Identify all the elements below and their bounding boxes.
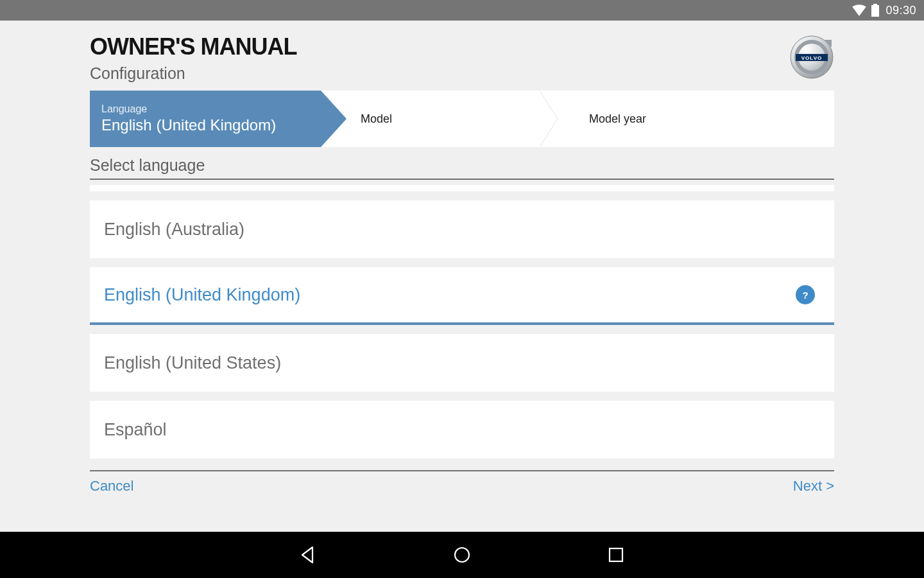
back-icon[interactable]: [295, 542, 321, 568]
footer-actions: Cancel Next >: [90, 478, 834, 495]
list-item-label: English (Australia): [104, 220, 244, 240]
wifi-icon: [852, 4, 866, 16]
svg-rect-1: [873, 4, 877, 5]
list-item-label: English (United Kingdom): [104, 285, 300, 305]
status-clock: 09:30: [886, 4, 916, 17]
svg-rect-0: [871, 5, 879, 17]
list-item-label: English (United States): [104, 353, 281, 373]
page-subtitle: Configuration: [90, 64, 297, 83]
wizard-stepper: Language English (United Kingdom) Model …: [90, 91, 834, 147]
app-title: OWNER'S MANUAL: [90, 33, 297, 60]
list-item[interactable]: English (Australia): [90, 200, 834, 258]
list-item[interactable]: English (United States): [90, 334, 834, 392]
title-block: OWNER'S MANUAL Configuration: [90, 33, 297, 83]
list-item-peek[interactable]: [90, 185, 834, 191]
cancel-button[interactable]: Cancel: [90, 478, 133, 495]
section-title: Select language: [90, 156, 834, 180]
list-item[interactable]: Español: [90, 401, 834, 459]
android-navbar: [0, 532, 924, 578]
step-model[interactable]: Model: [321, 91, 558, 147]
help-icon[interactable]: ?: [796, 285, 815, 304]
svg-point-6: [455, 548, 469, 562]
header: OWNER'S MANUAL Configuration VOLVO: [90, 33, 834, 83]
home-icon[interactable]: [449, 542, 475, 568]
language-list: English (Australia) English (United King…: [90, 185, 834, 459]
next-button[interactable]: Next >: [793, 478, 834, 495]
battery-icon: [871, 4, 879, 17]
step-language[interactable]: Language English (United Kingdom): [90, 91, 321, 147]
list-item-selected[interactable]: English (United Kingdom) ?: [90, 267, 834, 325]
step-label: Model: [361, 112, 558, 126]
svg-text:VOLVO: VOLVO: [801, 55, 822, 61]
divider: [90, 470, 834, 471]
step-label: Model year: [589, 112, 834, 126]
volvo-logo-icon: VOLVO: [789, 35, 834, 80]
step-model-year[interactable]: Model year: [558, 91, 834, 147]
svg-rect-7: [610, 548, 622, 561]
status-bar: 09:30: [0, 0, 924, 21]
main-content: OWNER'S MANUAL Configuration VOLVO: [0, 21, 924, 532]
recents-icon[interactable]: [603, 542, 629, 568]
step-label: Language: [101, 103, 321, 115]
list-item-label: Español: [104, 420, 167, 440]
step-value: English (United Kingdom): [101, 116, 321, 134]
